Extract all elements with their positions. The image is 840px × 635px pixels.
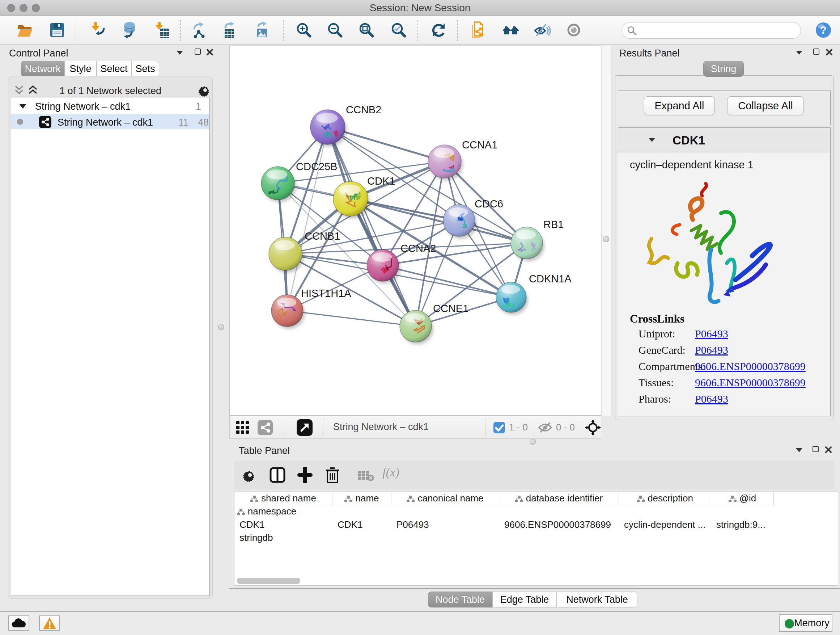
network-row[interactable]: String Network – cdk1 11 48 bbox=[11, 114, 210, 129]
memory-button[interactable]: Memory bbox=[779, 614, 832, 632]
crosslink-value-link[interactable]: P06493 bbox=[695, 344, 728, 356]
warning-icon bbox=[43, 617, 57, 630]
table-cell[interactable]: stringdb:9... bbox=[711, 518, 774, 531]
create-column-plus-icon[interactable] bbox=[297, 467, 313, 483]
import-network-file-icon[interactable] bbox=[89, 21, 107, 39]
apply-layout-refresh-icon[interactable] bbox=[430, 21, 447, 39]
left-splitter-grip[interactable] bbox=[218, 324, 224, 330]
crosslink-value-link[interactable]: P06493 bbox=[695, 328, 728, 340]
hide-glyphs-eye-icon[interactable] bbox=[534, 21, 551, 39]
network-node[interactable]: RB1 bbox=[511, 219, 564, 261]
open-session-icon[interactable] bbox=[16, 21, 33, 39]
column-tree-icon bbox=[250, 496, 258, 502]
birdseye-crosshair-icon[interactable] bbox=[585, 420, 601, 435]
gene-disclosure-icon[interactable] bbox=[649, 138, 655, 142]
warnings-button[interactable] bbox=[39, 616, 60, 631]
tab-string[interactable]: String bbox=[703, 61, 744, 77]
string-document-import-icon[interactable] bbox=[470, 21, 487, 39]
help-icon[interactable]: ? bbox=[815, 21, 832, 39]
zoom-fit-icon[interactable] bbox=[358, 21, 375, 39]
table-cell[interactable]: CDK1 bbox=[332, 518, 392, 531]
table-cell[interactable]: CDK1 bbox=[234, 518, 332, 531]
selected-checkbox-icon[interactable] bbox=[493, 421, 505, 434]
single-view-share-icon[interactable] bbox=[257, 420, 273, 435]
network-canvas[interactable]: CCNB2CCNA1CDC25BCDK1CDC6RB1CCNB1CCNA2CDK… bbox=[229, 46, 601, 416]
network-view-toolbar: String Network – cdk1 1 - 0 0 - 0 bbox=[229, 416, 601, 439]
bottom-splitter-grip[interactable] bbox=[530, 439, 536, 445]
network-node[interactable]: CDKN1A bbox=[496, 273, 572, 315]
node-label: CDKN1A bbox=[529, 273, 572, 285]
search-input[interactable] bbox=[641, 24, 796, 37]
table-panel-close-icon[interactable] bbox=[825, 446, 832, 453]
toolbar-separator bbox=[283, 20, 284, 41]
detach-view-icon[interactable] bbox=[296, 419, 313, 436]
import-table-icon[interactable] bbox=[153, 21, 171, 39]
table-column-header[interactable]: namespace bbox=[234, 505, 299, 518]
tab-network-table[interactable]: Network Table bbox=[557, 592, 638, 608]
table-panel-collapse-icon[interactable] bbox=[796, 448, 802, 452]
table-options-gear-icon[interactable] bbox=[243, 468, 257, 482]
network-node[interactable]: CCNA1 bbox=[428, 139, 497, 181]
table-cell[interactable]: P06493 bbox=[392, 518, 499, 531]
table-hscrollbar-thumb[interactable] bbox=[237, 578, 300, 584]
network-scroll-strip bbox=[601, 46, 611, 416]
crosslink-label: GeneCard: bbox=[638, 344, 685, 356]
control-panel-close-icon[interactable] bbox=[206, 49, 213, 56]
collapse-all-networks-icon[interactable] bbox=[14, 85, 25, 96]
results-panel-close-icon[interactable] bbox=[826, 49, 833, 56]
tab-network[interactable]: Network bbox=[21, 61, 65, 77]
table-cell[interactable]: cyclin-dependent ... bbox=[619, 518, 711, 531]
delete-column-trash-icon[interactable] bbox=[325, 466, 340, 484]
table-panel-float-icon[interactable] bbox=[813, 446, 819, 452]
gene-card-header[interactable]: CDK1 bbox=[618, 128, 830, 153]
network-options-gear-icon[interactable] bbox=[198, 83, 212, 97]
search-field[interactable] bbox=[622, 22, 801, 39]
network-node[interactable]: HIST1H1A bbox=[271, 287, 351, 329]
column-tree-icon bbox=[237, 509, 245, 515]
table-cell[interactable]: stringdb bbox=[234, 531, 299, 544]
crosslink-value-link[interactable]: P06493 bbox=[695, 393, 728, 405]
expand-all-networks-icon[interactable] bbox=[27, 85, 38, 96]
expand-all-button[interactable]: Expand All bbox=[644, 96, 715, 115]
network-collection-row[interactable]: String Network – cdk1 1 bbox=[11, 99, 210, 114]
show-glyphs-eye-icon[interactable] bbox=[565, 21, 583, 39]
table-column-header[interactable]: name bbox=[332, 492, 392, 505]
table-cell[interactable]: 9606.ENSP00000378699 bbox=[499, 518, 619, 531]
network-node[interactable]: CCNE1 bbox=[400, 302, 469, 345]
grid-view-icon[interactable] bbox=[235, 420, 250, 435]
collapse-all-button[interactable]: Collapse All bbox=[727, 96, 804, 115]
results-panel-float-icon[interactable] bbox=[813, 49, 819, 55]
control-panel-collapse-icon[interactable] bbox=[177, 51, 183, 55]
tab-sets[interactable]: Sets bbox=[131, 61, 159, 77]
show-columns-icon[interactable] bbox=[270, 467, 286, 483]
tab-edge-table[interactable]: Edge Table bbox=[493, 592, 557, 608]
import-network-database-icon[interactable] bbox=[119, 21, 137, 39]
export-network-icon[interactable] bbox=[191, 21, 208, 39]
right-splitter-grip[interactable] bbox=[603, 236, 609, 242]
zoom-in-icon[interactable] bbox=[295, 21, 313, 39]
table-column-header[interactable]: canonical name bbox=[392, 492, 499, 505]
network-node[interactable]: CDC25B bbox=[261, 161, 337, 203]
tab-node-table[interactable]: Node Table bbox=[428, 592, 493, 608]
table-column-header[interactable]: shared name bbox=[234, 492, 332, 505]
tab-style[interactable]: Style bbox=[65, 61, 96, 77]
network-node[interactable]: CDK1 bbox=[333, 175, 395, 219]
table-column-header[interactable]: database identifier bbox=[499, 492, 619, 505]
save-session-icon[interactable] bbox=[49, 21, 66, 39]
toolbar-separator bbox=[180, 20, 181, 41]
tab-select[interactable]: Select bbox=[96, 61, 131, 77]
export-table-icon[interactable] bbox=[222, 21, 239, 39]
network-edge-count: 48 bbox=[198, 117, 209, 128]
cloud-button[interactable] bbox=[8, 616, 29, 631]
table-column-header[interactable]: @id bbox=[711, 492, 774, 505]
crosslink-value-link[interactable]: 9606.ENSP00000378699 bbox=[695, 360, 806, 372]
control-panel-float-icon[interactable] bbox=[195, 49, 201, 55]
houses-icon[interactable] bbox=[502, 21, 519, 39]
zoom-selected-icon[interactable] bbox=[390, 21, 407, 39]
export-image-icon[interactable] bbox=[254, 21, 271, 39]
table-column-header[interactable]: description bbox=[619, 492, 711, 505]
collection-disclosure-icon[interactable] bbox=[19, 104, 27, 109]
results-panel-collapse-icon[interactable] bbox=[796, 51, 802, 55]
zoom-out-icon[interactable] bbox=[326, 21, 344, 39]
crosslink-value-link[interactable]: 9606.ENSP00000378699 bbox=[695, 377, 806, 389]
